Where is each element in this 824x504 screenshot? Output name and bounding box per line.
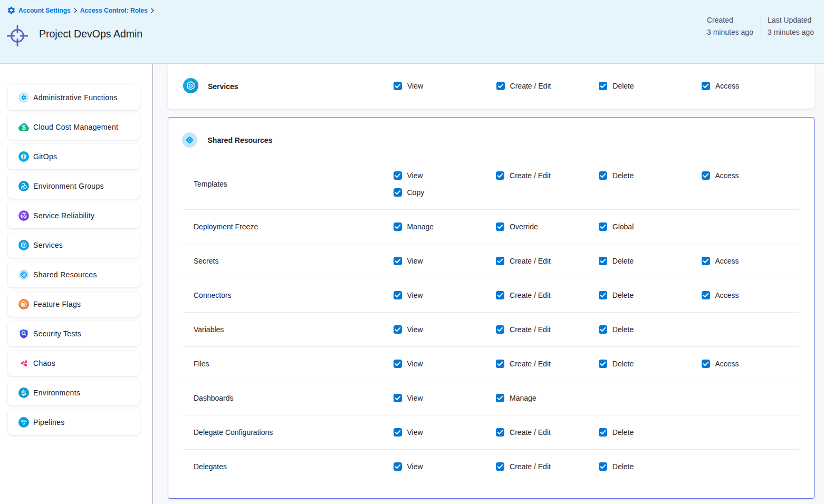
svg-text:$: $ bbox=[22, 124, 26, 131]
